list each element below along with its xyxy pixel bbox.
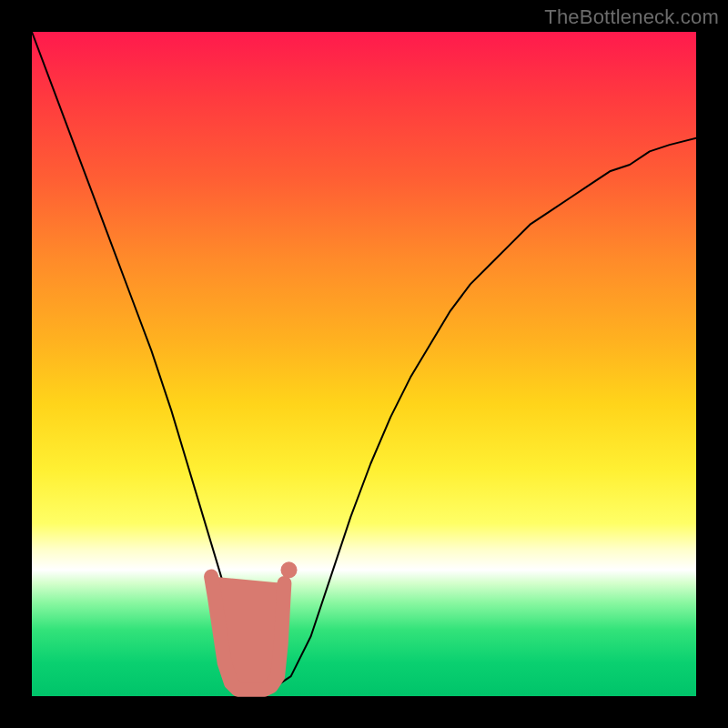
svg-point-0 — [281, 561, 298, 578]
bottleneck-curve — [32, 32, 696, 690]
plot-area — [32, 32, 696, 696]
chart-frame: TheBottleneck.com — [0, 0, 728, 728]
watermark-text: TheBottleneck.com — [544, 5, 719, 29]
highlight-markers — [211, 561, 297, 689]
curve-svg — [32, 32, 696, 696]
